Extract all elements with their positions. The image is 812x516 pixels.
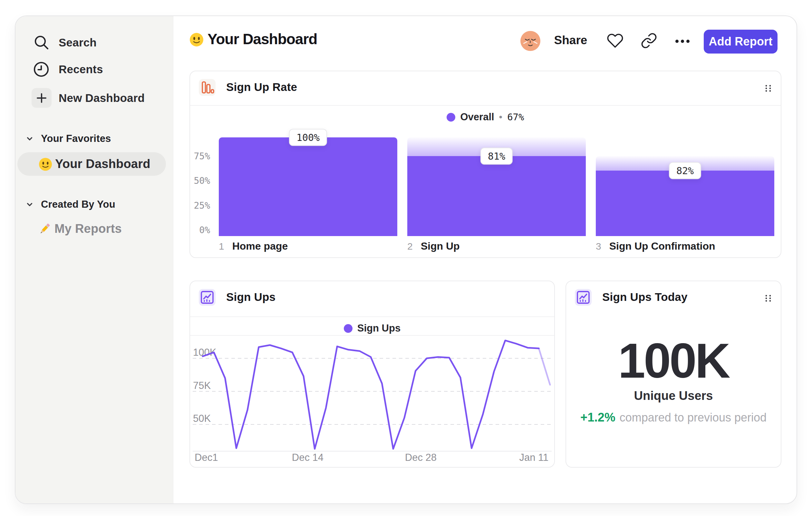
bar-chart-icon — [199, 79, 215, 96]
sidebar-item-label: Recents — [59, 63, 103, 76]
drag-handle-icon[interactable] — [765, 294, 772, 302]
kpi-delta: +1.2% — [580, 411, 615, 425]
smiley-emoji-icon — [39, 157, 52, 170]
sidebar-item-my-reports[interactable]: My Reports — [38, 222, 122, 236]
chevron-down-icon — [25, 134, 34, 143]
sidebar-item-recents[interactable]: Recents — [33, 62, 103, 77]
signups-line-svg — [190, 281, 553, 466]
sidebar-section-your-favorites[interactable]: Your Favorites — [25, 133, 111, 144]
sidebar: Search Recents New Dashboard Your Favori… — [16, 16, 173, 504]
signup-rate-card: Sign Up Rate Overall • 67% 75%50%25%0%10… — [190, 71, 781, 258]
page-title: Your Dashboard — [207, 30, 317, 48]
card-title-signup-rate: Sign Up Rate — [226, 81, 297, 93]
more-options-icon[interactable] — [673, 38, 692, 45]
kpi-delta-note: compared to previous period — [620, 411, 766, 425]
funnel-ytick: 0% — [190, 225, 210, 236]
kpi-label: Unique Users — [566, 389, 781, 403]
legend-label: Overall — [460, 111, 494, 123]
signups-card: Sign Ups Sign Ups 100K75K50KDec1Dec 14De… — [190, 280, 555, 468]
chevron-down-icon — [25, 200, 34, 209]
dashboard-emoji-icon — [190, 33, 204, 47]
sidebar-section-label: Created By You — [41, 199, 115, 210]
legend-value: 67% — [507, 112, 524, 123]
add-report-button[interactable]: Add Report — [704, 30, 778, 54]
sidebar-item-label: Search — [59, 36, 97, 49]
card-title-signups-today: Sign Ups Today — [602, 291, 688, 303]
search-icon — [33, 34, 50, 51]
funnel-value-pill: 82% — [669, 162, 701, 179]
funnel-bar[interactable] — [407, 156, 586, 236]
app-window: Search Recents New Dashboard Your Favori… — [15, 16, 797, 504]
pencil-emoji-icon — [38, 222, 52, 236]
kpi-delta-row: +1.2% compared to previous period — [566, 411, 781, 425]
funnel-ytick: 75% — [190, 151, 210, 161]
line-plot: 100K75K50KDec1Dec 14Dec 28Jan 11 — [190, 281, 554, 467]
funnel-legend: Overall • 67% — [190, 111, 781, 123]
sidebar-section-created-by-you[interactable]: Created By You — [25, 199, 115, 210]
signups-today-card: Sign Ups Today 100K Unique Users +1.2% c… — [566, 280, 781, 468]
funnel-bar[interactable] — [596, 171, 774, 236]
avatar[interactable] — [520, 31, 540, 51]
kpi-value: 100K — [566, 332, 781, 389]
sidebar-section-label: Your Favorites — [41, 133, 111, 144]
drag-handle-icon[interactable] — [765, 84, 772, 92]
divider — [190, 105, 781, 106]
funnel-ytick: 25% — [190, 200, 210, 211]
share-button[interactable]: Share — [554, 33, 587, 47]
funnel-ytick: 50% — [190, 175, 210, 186]
funnel-value-pill: 100% — [289, 129, 327, 146]
funnel-value-pill: 81% — [481, 148, 513, 165]
funnel-step-label: 3Sign Up Confirmation — [596, 240, 715, 252]
plus-icon — [32, 88, 52, 108]
clock-icon — [33, 62, 49, 77]
legend-dot — [446, 113, 455, 121]
favorite-heart-icon[interactable] — [607, 32, 624, 49]
sidebar-item-your-dashboard[interactable]: Your Dashboard — [39, 157, 150, 171]
copy-link-icon[interactable] — [641, 32, 657, 49]
funnel-step-label: 1Home page — [219, 240, 288, 252]
sidebar-item-label: My Reports — [54, 222, 122, 236]
sidebar-item-search[interactable]: Search — [33, 34, 97, 51]
line-chart-icon — [575, 289, 591, 306]
sidebar-item-label: New Dashboard — [59, 91, 145, 105]
legend-separator: • — [499, 112, 503, 123]
sidebar-item-new-dashboard[interactable]: New Dashboard — [32, 88, 145, 108]
funnel-step-label: 2Sign Up — [407, 240, 460, 252]
sidebar-item-label: Your Dashboard — [55, 157, 150, 171]
funnel-bar[interactable] — [219, 137, 397, 236]
